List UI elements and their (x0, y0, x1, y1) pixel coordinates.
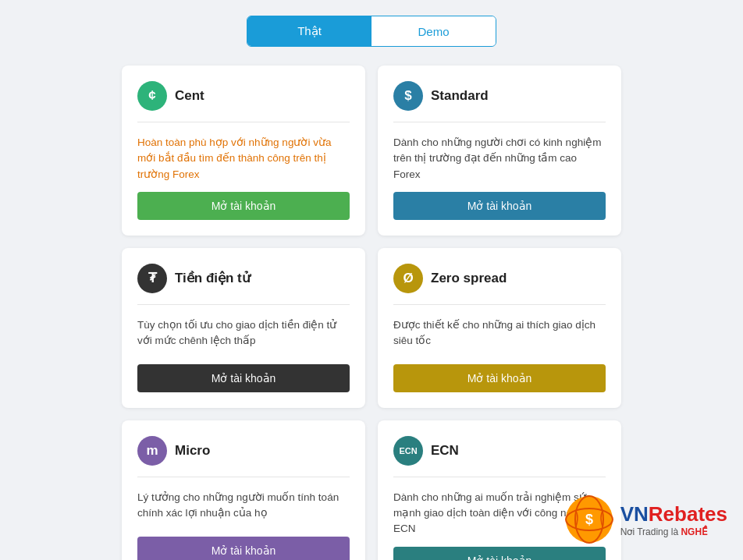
card-divider-micro (137, 477, 350, 477)
tab-demo[interactable]: Demo (372, 16, 496, 46)
open-account-btn-micro[interactable]: Mở tài khoản (137, 537, 350, 560)
open-account-btn-standard[interactable]: Mở tài khoản (393, 192, 606, 220)
tab-real[interactable]: Thật (247, 16, 372, 46)
svg-text:$: $ (585, 512, 593, 527)
card-icon-cent: ¢ (137, 81, 167, 111)
card-divider-crypto (137, 304, 350, 305)
card-divider-standard (393, 122, 606, 122)
open-account-btn-crypto[interactable]: Mở tài khoản (137, 364, 350, 392)
card-icon-crypto: ₮ (137, 264, 167, 293)
card-header-cent: ¢ Cent (137, 81, 350, 111)
card-desc-micro: Lý tưởng cho những người muốn tính toán … (137, 490, 350, 527)
card-zerospread: Ø Zero spread Được thiết kế cho những ai… (378, 248, 621, 408)
card-header-zerospread: Ø Zero spread (393, 264, 606, 293)
card-divider-cent (137, 122, 350, 122)
watermark-vn-label: VN (620, 502, 649, 526)
card-title-zerospread: Zero spread (431, 271, 507, 286)
card-title-ecn: ECN (431, 443, 459, 459)
card-title-cent: Cent (175, 88, 204, 104)
card-header-standard: $ Standard (393, 81, 606, 111)
card-icon-standard: $ (393, 81, 423, 111)
card-desc-cent: Hoàn toàn phù hợp với những người vừa mớ… (137, 135, 350, 183)
card-desc-standard: Dành cho những người chơi có kinh nghiệm… (393, 135, 606, 183)
card-title-standard: Standard (431, 88, 489, 104)
watermark: $ VN Rebates Nơi Trading là NGHỀ (564, 494, 727, 544)
card-header-micro: m Micro (137, 436, 350, 466)
card-divider-zerospread (393, 304, 606, 305)
watermark-brand-text: VN Rebates Nơi Trading là NGHỀ (620, 502, 727, 537)
card-divider-ecn (393, 477, 606, 477)
card-title-crypto: Tiền điện tử (175, 270, 251, 286)
account-cards-grid: ¢ Cent Hoàn toàn phù hợp với những người… (122, 66, 621, 560)
card-icon-zerospread: Ø (393, 264, 423, 293)
account-type-tabs: Thật Demo (247, 16, 496, 47)
open-account-btn-ecn[interactable]: Mở tài khoản (393, 547, 606, 561)
open-account-btn-cent[interactable]: Mở tài khoản (137, 192, 350, 220)
card-crypto: ₮ Tiền điện tử Tùy chọn tối ưu cho giao … (122, 248, 365, 408)
card-micro: m Micro Lý tưởng cho những người muốn tí… (122, 420, 365, 560)
card-header-crypto: ₮ Tiền điện tử (137, 264, 350, 293)
card-cent: ¢ Cent Hoàn toàn phù hợp với những người… (122, 66, 365, 236)
open-account-btn-zerospread[interactable]: Mở tài khoản (393, 364, 606, 392)
card-icon-micro: m (137, 436, 167, 466)
watermark-logo-icon: $ (564, 494, 614, 544)
card-title-micro: Micro (175, 443, 210, 459)
card-desc-zerospread: Được thiết kế cho những ai thích giao dị… (393, 317, 606, 355)
card-header-ecn: ECN ECN (393, 436, 606, 466)
watermark-tagline: Nơi Trading là NGHỀ (620, 526, 727, 537)
card-standard: $ Standard Dành cho những người chơi có … (378, 66, 621, 236)
card-icon-ecn: ECN (393, 436, 423, 466)
card-desc-crypto: Tùy chọn tối ưu cho giao dịch tiền điện … (137, 317, 350, 355)
watermark-rebates-label: Rebates (649, 502, 727, 526)
